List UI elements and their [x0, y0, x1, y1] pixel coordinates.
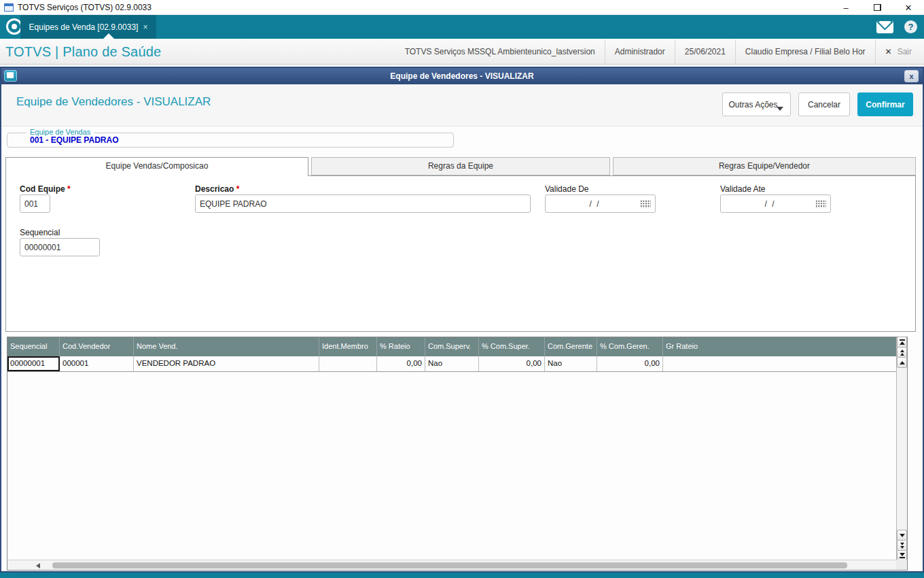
- cancel-button[interactable]: Cancelar: [798, 92, 850, 116]
- team-field-value: 001 - EQUIPE PADRAO: [30, 135, 118, 145]
- cell-nome-vend[interactable]: VENDEDOR PADRAO: [134, 356, 319, 371]
- restore-icon: [874, 4, 881, 11]
- arrow-down-icon: [900, 553, 905, 556]
- cancel-label: Cancelar: [808, 100, 840, 109]
- column-header-cod-vendedor[interactable]: Cod.Vendedor: [60, 337, 134, 356]
- cell-com-gerente[interactable]: Nao: [545, 356, 597, 371]
- cell-cod-vendedor[interactable]: 000001: [60, 356, 134, 371]
- page-title: Equipe de Vendedores - VISUALIZAR: [16, 95, 211, 109]
- cell-sequencial[interactable]: 00000001: [7, 356, 60, 371]
- validade-de-field[interactable]: / /: [545, 194, 656, 213]
- date-label: 25/06/2021: [675, 39, 735, 64]
- other-actions-button[interactable]: Outras Ações: [722, 92, 791, 116]
- brand-title: TOTVS | Plano de Saúde: [5, 44, 161, 60]
- user-label: Administrador: [605, 39, 675, 64]
- column-header-pct-com-super[interactable]: % Com.Super.: [479, 337, 545, 356]
- mail-icon[interactable]: [876, 21, 893, 33]
- validade-de-value: / /: [550, 199, 640, 209]
- column-header-nome-vend[interactable]: Nome Vend.: [134, 337, 319, 356]
- dialog-title: Equipe de Vendedores - VISUALIZAR: [1, 71, 923, 81]
- help-icon[interactable]: ?: [904, 20, 917, 33]
- arrow-left-icon[interactable]: [36, 563, 40, 568]
- tab-label: Equipes de Venda [02.9.0033]: [29, 22, 139, 32]
- tab-equipes-de-venda[interactable]: Equipes de Venda [02.9.0033] ×: [20, 15, 156, 39]
- descricao-value: EQUIPE PADRAO: [200, 199, 266, 209]
- page-up-button[interactable]: [897, 347, 907, 358]
- validade-de-label: Validade De: [545, 184, 589, 194]
- team-display-field[interactable]: Equipe de Vendas 001 - EQUIPE PADRAO: [7, 133, 454, 148]
- minimize-button[interactable]: –: [830, 0, 861, 15]
- logout-label: Sair: [898, 47, 912, 56]
- column-header-com-gerente[interactable]: Com.Gerente: [545, 337, 597, 356]
- validade-ate-value: / /: [725, 199, 815, 209]
- logout-button[interactable]: ✕ Sair: [875, 39, 921, 64]
- company-label: Claudio Empresa / Filial Belo Hor: [735, 39, 875, 64]
- descricao-field[interactable]: EQUIPE PADRAO: [195, 194, 531, 213]
- chevron-down-icon: [777, 107, 783, 111]
- column-header-gr-rateio[interactable]: Gr Rateio: [663, 337, 896, 356]
- workspace: Equipe de Vendedores - VISUALIZAR x Equi…: [0, 65, 924, 578]
- vendors-grid: Sequencial Cod.Vendedor Nome Vend. Ident…: [7, 337, 908, 571]
- grid-horizontal-scrollbar[interactable]: [7, 560, 896, 570]
- grid-header-row: Sequencial Cod.Vendedor Nome Vend. Ident…: [7, 337, 896, 356]
- cell-rateio[interactable]: 0,00: [377, 356, 425, 371]
- header-info: TOTVS Serviços MSSQL Ambienteunico_lastv…: [395, 39, 921, 64]
- scrollbar-track[interactable]: [897, 368, 907, 530]
- sequencial-field[interactable]: 00000001: [20, 238, 100, 256]
- tab-regras-equipe-vendedor[interactable]: Regras Equipe/Vendedor: [613, 157, 916, 175]
- validade-ate-field[interactable]: / /: [720, 194, 831, 213]
- confirm-button[interactable]: Confirmar: [857, 92, 913, 116]
- confirm-label: Confirmar: [866, 100, 904, 109]
- arrow-up-icon: [900, 341, 905, 345]
- app-window-icon: [4, 3, 14, 12]
- grid-vertical-scrollbar: [896, 337, 907, 561]
- scrollbar-bottom-buttons: [897, 530, 907, 561]
- form-panel: Cod Equipe * 001 Descricao * EQUIPE PADR…: [5, 175, 916, 332]
- tab-close-icon[interactable]: ×: [143, 22, 147, 32]
- tabbar-actions: ?: [876, 15, 917, 39]
- calendar-icon[interactable]: [815, 200, 826, 208]
- dialog-window-icon: [4, 70, 17, 82]
- dialog-close-button[interactable]: x: [904, 70, 919, 82]
- workspace-bottom-bar: [0, 573, 924, 578]
- required-asterisk: *: [67, 184, 71, 194]
- close-button[interactable]: ✕: [893, 0, 924, 15]
- scroll-to-top-button[interactable]: [897, 337, 907, 347]
- column-header-rateio[interactable]: % Rateio: [377, 337, 425, 356]
- tab-regras-da-equipe[interactable]: Regras da Equipe: [311, 157, 610, 175]
- cell-pct-com-super[interactable]: 0,00: [479, 356, 545, 371]
- scroll-top-icon: [900, 339, 905, 341]
- restore-button[interactable]: [861, 0, 893, 15]
- page-down-button[interactable]: [897, 540, 907, 551]
- validade-ate-label: Validade Ate: [720, 184, 766, 194]
- cell-ident-membro[interactable]: [319, 356, 377, 371]
- tab-equipe-vendas-composicao[interactable]: Equipe Vendas/Composicao: [5, 157, 308, 176]
- cod-equipe-field[interactable]: 001: [20, 194, 50, 213]
- column-header-pct-com-geren[interactable]: % Com.Geren.: [597, 337, 663, 356]
- column-header-sequencial[interactable]: Sequencial: [7, 337, 60, 356]
- other-actions-label: Outras Ações: [728, 100, 777, 109]
- cell-pct-com-geren[interactable]: 0,00: [597, 356, 663, 371]
- arrow-up-icon: [900, 361, 905, 364]
- scroll-up-button[interactable]: [897, 357, 907, 368]
- environment-label: TOTVS Serviços MSSQL Ambienteunico_lastv…: [395, 39, 605, 64]
- calendar-icon[interactable]: [640, 200, 651, 208]
- table-row[interactable]: 00000001 000001 VENDEDOR PADRAO 0,00 Nao…: [7, 356, 896, 372]
- module-tabbar: Equipes de Venda [02.9.0033] × ?: [0, 15, 924, 39]
- dialog-titlebar[interactable]: Equipe de Vendedores - VISUALIZAR x: [1, 68, 923, 84]
- cell-gr-rateio[interactable]: [663, 356, 896, 371]
- cell-com-superv[interactable]: Nao: [425, 356, 479, 371]
- descricao-label: Descricao *: [195, 184, 239, 194]
- app-header: TOTVS | Plano de Saúde TOTVS Serviços MS…: [0, 39, 924, 65]
- column-header-ident-membro[interactable]: Ident.Membro: [319, 337, 377, 356]
- cod-equipe-label: Cod Equipe *: [20, 184, 71, 194]
- horizontal-scroll-thumb[interactable]: [52, 562, 847, 568]
- window-controls: – ✕: [830, 0, 924, 15]
- scroll-down-button[interactable]: [897, 530, 907, 541]
- action-band: Equipe de Vendedores - VISUALIZAR Outras…: [1, 84, 923, 126]
- arrow-down-icon: [900, 534, 905, 537]
- required-asterisk: *: [236, 184, 240, 194]
- os-titlebar: TOTVS Serviços (TOTVS) 02.9.0033 – ✕: [0, 0, 924, 15]
- column-header-com-superv[interactable]: Com.Superv.: [425, 337, 479, 356]
- cod-equipe-value: 001: [24, 199, 38, 209]
